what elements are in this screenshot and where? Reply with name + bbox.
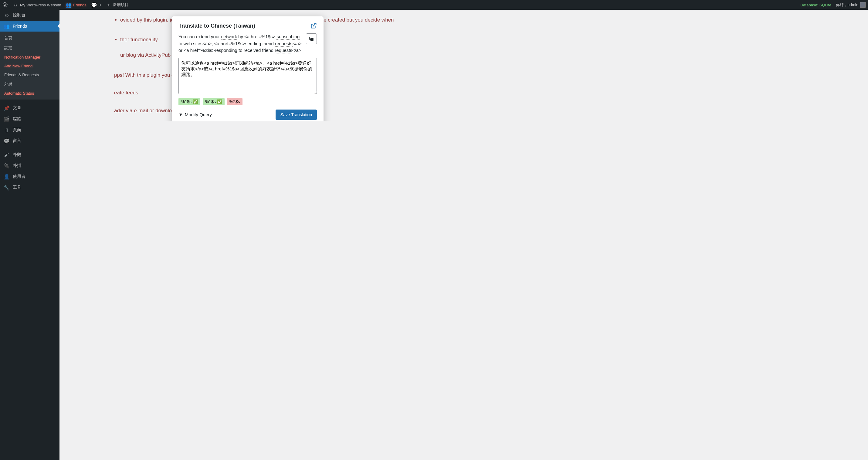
site-title: My WordPress Website <box>20 3 61 7</box>
modify-query-label: Modify Query <box>185 112 212 117</box>
sub-settings[interactable]: 設定 <box>0 43 60 53</box>
dashboard-icon: ⊙ <box>4 12 10 18</box>
friends-link[interactable]: 👥Friends <box>66 2 86 8</box>
menu-dashboard[interactable]: ⊙控制台 <box>0 10 60 21</box>
avatar <box>860 2 866 8</box>
translate-modal: Translate to Chinese (Taiwan) You can ex… <box>172 17 323 121</box>
modal-title: Translate to Chinese (Taiwan) <box>179 23 255 29</box>
friends-label: Friends <box>73 3 86 7</box>
sub-friends-requests[interactable]: Friends & Requests <box>0 70 60 79</box>
menu-label: 控制台 <box>13 12 26 18</box>
admin-bar: ⓦ ⌂My WordPress Website 👥Friends 💬0 ＋新增項… <box>0 0 868 10</box>
menu-label: 媒體 <box>13 116 21 121</box>
open-external-icon[interactable] <box>310 23 317 29</box>
placeholder-chip: %1$s ✅ <box>203 98 225 105</box>
friends-icon: 👥 <box>4 23 10 29</box>
media-icon: 🎬 <box>4 116 10 121</box>
menu-media[interactable]: 🎬媒體 <box>0 114 60 121</box>
menu-posts[interactable]: 📌文章 <box>0 102 60 114</box>
placeholder-chip: %2$s <box>227 98 243 105</box>
admin-sidebar: ⊙控制台 👥Friends 首頁 設定 Notification Manager… <box>0 10 60 121</box>
menu-label: Friends <box>13 24 27 29</box>
site-link[interactable]: ⌂My WordPress Website <box>13 2 61 8</box>
placeholder-chip: %1$s ✅ <box>179 98 200 105</box>
comments-link[interactable]: 💬0 <box>91 2 101 8</box>
modify-query-toggle[interactable]: ▼Modify Query <box>179 112 212 117</box>
copy-source-button[interactable] <box>306 33 317 44</box>
friends-submenu: 首頁 設定 Notification Manager Add New Frien… <box>0 32 60 99</box>
wp-logo[interactable]: ⓦ <box>2 2 8 8</box>
add-new-link[interactable]: ＋新增項目 <box>105 2 129 8</box>
chevron-down-icon: ▼ <box>179 112 183 117</box>
text: ther functionality. <box>120 37 159 42</box>
greeting-text: 你好，admin <box>836 2 858 8</box>
save-translation-button[interactable]: Save Translation <box>276 110 317 120</box>
plus-icon: ＋ <box>105 2 111 8</box>
sub-notification-manager[interactable]: Notification Manager <box>0 53 60 62</box>
database-indicator[interactable]: Database: SQLite <box>800 3 832 7</box>
placeholder-row: %1$s ✅%1$s ✅%2$s <box>179 98 317 105</box>
pin-icon: 📌 <box>4 105 10 111</box>
menu-label: 文章 <box>13 105 21 111</box>
main-content: ovided by this plugin, just without outs… <box>60 0 868 121</box>
user-greeting[interactable]: 你好，admin <box>836 2 866 8</box>
translation-textarea[interactable] <box>179 58 317 94</box>
comment-icon: 💬 <box>91 2 97 8</box>
add-new-label: 新增項目 <box>113 2 129 8</box>
sub-automatic-status[interactable]: Automatic Status <box>0 89 60 98</box>
comments-count: 0 <box>99 3 101 7</box>
menu-friends[interactable]: 👥Friends <box>0 21 60 32</box>
home-icon: ⌂ <box>13 2 18 8</box>
source-text: You can extend your network by <a href=%… <box>179 33 303 54</box>
sub-plugins[interactable]: 外掛 <box>0 79 60 89</box>
sub-add-new-friend[interactable]: Add New Friend <box>0 62 60 70</box>
sub-home[interactable]: 首頁 <box>0 33 60 43</box>
friends-icon: 👥 <box>66 2 71 8</box>
